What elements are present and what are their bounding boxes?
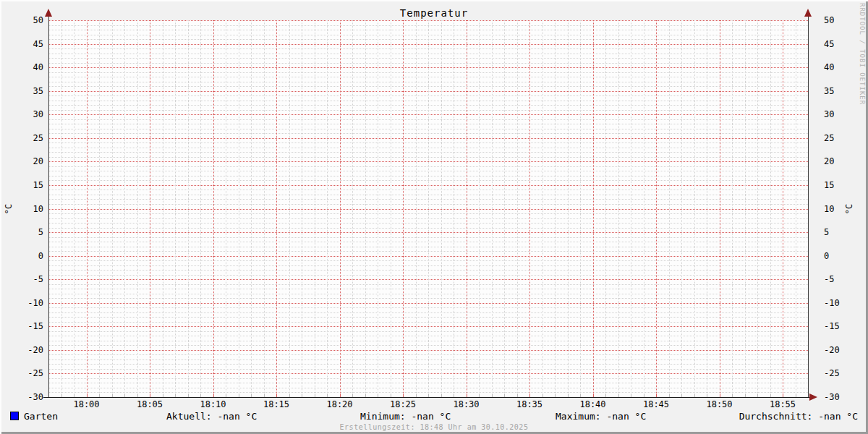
minor-gridline-v xyxy=(124,20,125,397)
y-tick-label-left: 40 xyxy=(12,63,43,72)
minor-gridline-v xyxy=(365,20,366,397)
minor-gridline-v xyxy=(163,20,163,397)
x-tick-label: 18:45 xyxy=(643,400,669,409)
y-axis-line-right xyxy=(808,13,809,397)
minor-gridline-v xyxy=(315,20,315,397)
x-tick-label: 18:50 xyxy=(706,400,732,409)
major-gridline-v xyxy=(213,20,214,397)
minor-gridline-v xyxy=(226,20,226,397)
minor-gridline-v xyxy=(669,20,670,397)
y-tick-label-left: 10 xyxy=(12,205,43,214)
y-tick-label-left: -30 xyxy=(12,393,43,402)
y-axis-arrow-right-icon xyxy=(804,9,812,17)
y-tick-label-left: 0 xyxy=(12,252,43,261)
x-tick-label: 18:20 xyxy=(326,400,352,409)
y-tick-label-left: 20 xyxy=(12,157,43,166)
legend-row: Garten Aktuell: -nan °C Minimum: -nan °C… xyxy=(0,410,868,422)
minor-gridline-v xyxy=(504,20,505,397)
y-tick-label-left: 30 xyxy=(12,110,43,119)
y-tick-label-right: -15 xyxy=(824,322,856,331)
minor-gridline-v xyxy=(479,20,480,397)
minor-gridline-v xyxy=(137,20,138,397)
minor-gridline-v xyxy=(416,20,417,397)
y-tick-label-right: 25 xyxy=(824,134,856,143)
minor-gridline-v xyxy=(732,20,733,397)
y-tick-label-left: 50 xyxy=(12,16,43,25)
x-tick-label: 18:10 xyxy=(200,400,226,409)
x-tick-label: 18:25 xyxy=(390,400,416,409)
y-tick-label-right: 30 xyxy=(824,110,856,119)
y-tick-label-left: 15 xyxy=(12,181,43,190)
minor-gridline-v xyxy=(391,20,391,397)
y-tick-label-right: -30 xyxy=(824,393,856,402)
minor-gridline-v xyxy=(74,20,75,397)
minor-gridline-v xyxy=(568,20,569,397)
major-gridline-v xyxy=(593,20,594,397)
minor-gridline-v xyxy=(264,20,265,397)
y-tick-label-left: -10 xyxy=(12,299,43,308)
rrdtool-graph: Temperatur RRDTOOL / TOBI OETIKER °C °C … xyxy=(0,0,868,434)
y-tick-label-left: 5 xyxy=(12,228,43,237)
minor-gridline-v xyxy=(542,20,543,397)
x-axis-arrow-icon xyxy=(809,393,817,401)
minor-gridline-v xyxy=(289,20,290,397)
y-axis-line-left xyxy=(48,13,49,397)
major-gridline-v xyxy=(656,20,657,397)
minor-gridline-v xyxy=(378,20,378,397)
chart-title: Temperatur xyxy=(0,7,868,19)
legend-color-swatch xyxy=(10,412,19,420)
minor-gridline-v xyxy=(745,20,746,397)
minor-gridline-v xyxy=(796,20,796,397)
minor-gridline-v xyxy=(517,20,518,397)
minor-gridline-v xyxy=(327,20,328,397)
major-gridline-v xyxy=(529,20,530,397)
major-gridline-v xyxy=(403,20,404,397)
x-tick-label: 18:35 xyxy=(516,400,542,409)
y-tick-label-left: -15 xyxy=(12,322,43,331)
y-tick-label-right: 0 xyxy=(824,252,856,261)
minor-gridline-v xyxy=(188,20,189,397)
minor-gridline-v xyxy=(681,20,682,397)
stat-maximum: Maximum: -nan °C xyxy=(556,411,646,422)
minor-gridline-v xyxy=(770,20,771,397)
minor-gridline-v xyxy=(428,20,429,397)
x-tick-label: 18:05 xyxy=(137,400,163,409)
minor-gridline-v xyxy=(492,20,493,397)
y-tick-label-left: 35 xyxy=(12,87,43,96)
minor-gridline-v xyxy=(694,20,695,397)
minor-gridline-v xyxy=(454,20,454,397)
minor-gridline-v xyxy=(99,20,100,397)
x-tick-label: 18:00 xyxy=(73,400,99,409)
minor-gridline-v xyxy=(112,20,113,397)
major-gridline-v xyxy=(720,20,720,397)
minor-gridline-v xyxy=(302,20,302,397)
legend-series-label: Garten xyxy=(24,411,58,422)
minor-gridline-v xyxy=(200,20,201,397)
stat-durchschnitt: Durchschnitt: -nan °C xyxy=(739,411,858,422)
x-tick-label: 18:55 xyxy=(770,400,796,409)
creation-timestamp: Erstellungszeit: 18:48 Uhr am 30.10.2025 xyxy=(0,423,868,431)
y-tick-label-right: 15 xyxy=(824,181,856,190)
minor-gridline-v xyxy=(631,20,631,397)
x-axis-line xyxy=(43,397,809,398)
y-tick-label-right: -5 xyxy=(824,275,856,284)
minor-gridline-v xyxy=(352,20,353,397)
y-tick-label-left: 45 xyxy=(12,40,43,49)
y-tick-label-left: -20 xyxy=(12,346,43,355)
minor-gridline-v xyxy=(644,20,644,397)
y-tick-label-right: 10 xyxy=(824,205,856,214)
minor-gridline-v xyxy=(707,20,707,397)
x-tick-label: 18:40 xyxy=(579,400,605,409)
minor-gridline-v xyxy=(618,20,619,397)
y-tick-label-left: 25 xyxy=(12,134,43,143)
major-gridline-v xyxy=(150,20,150,397)
stat-minimum: Minimum: -nan °C xyxy=(360,411,451,422)
y-tick-label-right: 35 xyxy=(824,87,856,96)
y-tick-label-right: 20 xyxy=(824,157,856,166)
major-gridline-v xyxy=(340,20,341,397)
y-tick-label-left: -5 xyxy=(12,275,43,284)
minor-gridline-v xyxy=(441,20,442,397)
major-gridline-v xyxy=(783,20,783,397)
minor-gridline-v xyxy=(555,20,556,397)
minor-gridline-v xyxy=(580,20,581,397)
